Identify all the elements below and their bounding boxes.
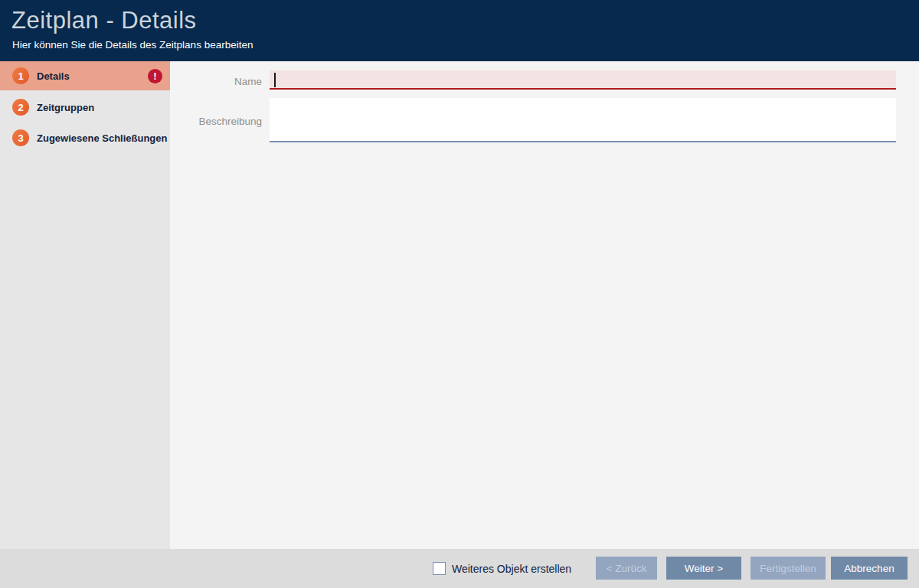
next-button[interactable]: Weiter > xyxy=(666,557,741,580)
sidebar-step-zeitgruppen[interactable]: 2 Zeitgruppen xyxy=(0,92,170,122)
text-cursor-caret xyxy=(274,73,276,87)
wizard-dialog: Zeitplan - Details Hier können Sie die D… xyxy=(0,0,919,588)
step-1-label: Details xyxy=(37,70,70,82)
details-form: Name Beschreibung xyxy=(170,61,919,549)
create-another-object-checkbox[interactable] xyxy=(433,562,446,575)
page-title: Zeitplan - Details xyxy=(11,7,197,34)
page-subtitle: Hier können Sie die Details des Zeitplan… xyxy=(12,39,253,51)
finish-button[interactable]: Fertigstellen xyxy=(751,557,826,580)
sidebar-step-details[interactable]: 1 Details ! xyxy=(0,61,170,90)
description-field-label: Beschreibung xyxy=(170,112,262,132)
name-field-label: Name xyxy=(170,72,262,92)
cancel-button[interactable]: Abbrechen xyxy=(831,557,908,580)
sidebar-step-zugewiesene-schliessungen[interactable]: 3 Zugewiesene Schließungen xyxy=(0,122,170,153)
dialog-header: Zeitplan - Details Hier können Sie die D… xyxy=(0,0,919,61)
step-3-label: Zugewiesene Schließungen xyxy=(37,132,167,144)
step-1-number-badge: 1 xyxy=(12,67,29,84)
step-2-number-badge: 2 xyxy=(12,99,29,116)
create-another-object-label[interactable]: Weiteres Objekt erstellen xyxy=(452,549,571,588)
name-input[interactable] xyxy=(270,70,896,90)
wizard-step-sidebar: 1 Details ! 2 Zeitgruppen 3 Zugewiesene … xyxy=(0,61,170,549)
step-2-label: Zeitgruppen xyxy=(37,102,94,113)
dialog-footer: Weiteres Objekt erstellen < Zurück Weite… xyxy=(0,549,919,588)
back-button[interactable]: < Zurück xyxy=(596,557,657,580)
description-input[interactable] xyxy=(270,98,896,142)
validation-error-icon: ! xyxy=(148,69,162,83)
step-3-number-badge: 3 xyxy=(12,129,29,146)
